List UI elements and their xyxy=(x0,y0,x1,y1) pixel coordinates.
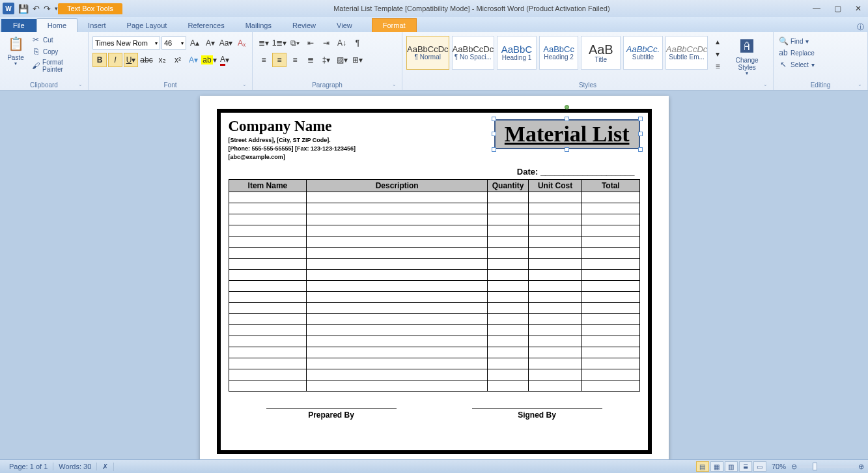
resize-handle-nw[interactable] xyxy=(492,117,496,121)
font-name-combo[interactable]: Times New Rom▾ xyxy=(92,36,160,50)
table-cell[interactable] xyxy=(582,214,639,225)
title-textbox-text[interactable]: Material List xyxy=(505,122,630,146)
company-address[interactable]: [Street Address], [City, ST ZIP Code]. xyxy=(229,137,356,143)
table-cell[interactable] xyxy=(582,248,639,259)
line-spacing-button[interactable]: ‡▾ xyxy=(319,53,333,67)
table-row[interactable] xyxy=(229,225,639,236)
table-row[interactable] xyxy=(229,369,639,380)
table-cell[interactable] xyxy=(307,314,488,325)
table-cell[interactable] xyxy=(488,281,529,292)
table-row[interactable] xyxy=(229,281,639,292)
zoom-level[interactable]: 70% xyxy=(768,463,790,470)
table-row[interactable] xyxy=(229,192,639,203)
shading-button[interactable]: ▨▾ xyxy=(335,53,349,67)
styles-row-up[interactable]: ▴ xyxy=(710,36,725,47)
table-cell[interactable] xyxy=(582,236,639,248)
tab-view[interactable]: View xyxy=(326,19,363,32)
tab-references[interactable]: References xyxy=(177,19,234,32)
minimize-button[interactable]: — xyxy=(809,4,824,13)
table-cell[interactable] xyxy=(229,259,307,270)
table-cell[interactable] xyxy=(229,347,307,358)
table-cell[interactable] xyxy=(488,248,529,259)
zoom-slider[interactable] xyxy=(798,465,857,468)
paste-button[interactable]: 📋 Paste ▾ xyxy=(4,33,27,68)
table-cell[interactable] xyxy=(229,380,307,392)
table-cell[interactable] xyxy=(229,314,307,325)
reading-view-button[interactable]: ▦ xyxy=(710,461,723,472)
align-left-button[interactable]: ≡ xyxy=(257,53,271,67)
table-cell[interactable] xyxy=(582,281,639,292)
table-cell[interactable] xyxy=(488,292,529,303)
table-row[interactable] xyxy=(229,380,639,392)
table-cell[interactable] xyxy=(582,303,639,314)
tab-mailings[interactable]: Mailings xyxy=(235,19,282,32)
styles-more[interactable]: ≡ xyxy=(710,61,725,72)
underline-button[interactable]: U▾ xyxy=(124,53,138,67)
status-proof-icon[interactable]: ✗ xyxy=(97,463,114,471)
table-cell[interactable] xyxy=(582,336,639,347)
material-table[interactable]: Item Name Description Quantity Unit Cost… xyxy=(229,179,640,392)
show-marks-button[interactable]: ¶ xyxy=(350,36,365,50)
table-row[interactable] xyxy=(229,358,639,369)
styles-row-down[interactable]: ▾ xyxy=(710,48,725,59)
borders-button[interactable]: ⊞▾ xyxy=(350,53,365,67)
text-effects-button[interactable]: A▾ xyxy=(186,53,201,67)
table-row[interactable] xyxy=(229,336,639,347)
table-cell[interactable] xyxy=(529,347,582,358)
resize-handle-ne[interactable] xyxy=(638,117,643,121)
maximize-button[interactable]: ▢ xyxy=(830,4,845,13)
table-cell[interactable] xyxy=(229,270,307,281)
tab-page-layout[interactable]: Page Layout xyxy=(117,19,178,32)
table-cell[interactable] xyxy=(488,214,529,225)
table-cell[interactable] xyxy=(529,336,582,347)
decrease-indent-button[interactable]: ⇤ xyxy=(303,36,318,50)
style-no-spacing[interactable]: AaBbCcDc¶ No Spaci... xyxy=(452,36,495,70)
zoom-in-button[interactable]: ⊕ xyxy=(858,463,864,471)
table-cell[interactable] xyxy=(307,259,488,270)
clear-formatting-button[interactable]: Aᵪ xyxy=(234,36,249,50)
highlight-button[interactable]: ab▾ xyxy=(202,53,216,67)
align-right-button[interactable]: ≡ xyxy=(288,53,302,67)
table-cell[interactable] xyxy=(229,325,307,336)
company-name[interactable]: Company Name xyxy=(229,118,356,135)
copy-button[interactable]: ⎘Copy xyxy=(30,46,84,57)
table-row[interactable] xyxy=(229,214,639,225)
table-cell[interactable] xyxy=(582,259,639,270)
undo-icon[interactable]: ↶ xyxy=(33,4,40,14)
tab-file[interactable]: File xyxy=(1,19,36,32)
table-cell[interactable] xyxy=(229,292,307,303)
table-cell[interactable] xyxy=(307,192,488,203)
date-line[interactable]: Date: ____________________ xyxy=(234,167,635,177)
resize-handle-sw[interactable] xyxy=(492,147,496,152)
change-styles-button[interactable]: 🅰 Change Styles▾ xyxy=(725,36,769,78)
table-cell[interactable] xyxy=(582,192,639,203)
tab-insert[interactable]: Insert xyxy=(77,19,117,32)
table-cell[interactable] xyxy=(582,380,639,392)
table-cell[interactable] xyxy=(307,325,488,336)
table-cell[interactable] xyxy=(529,303,582,314)
table-cell[interactable] xyxy=(488,369,529,380)
font-size-combo[interactable]: 46▾ xyxy=(161,36,186,50)
table-cell[interactable] xyxy=(307,358,488,369)
status-words[interactable]: Words: 30 xyxy=(53,463,97,470)
align-center-button[interactable]: ≡ xyxy=(272,53,287,67)
resize-handle-s[interactable] xyxy=(565,147,569,152)
table-cell[interactable] xyxy=(307,281,488,292)
tab-review[interactable]: Review xyxy=(282,19,326,32)
bullets-button[interactable]: ≣▾ xyxy=(257,36,271,50)
table-cell[interactable] xyxy=(488,303,529,314)
numbering-button[interactable]: 1≣▾ xyxy=(272,36,287,50)
table-cell[interactable] xyxy=(229,214,307,225)
table-cell[interactable] xyxy=(307,347,488,358)
shrink-font-button[interactable]: A▾ xyxy=(203,36,217,50)
document-area[interactable]: Company Name [Street Address], [City, ST… xyxy=(0,91,868,459)
table-cell[interactable] xyxy=(229,192,307,203)
table-cell[interactable] xyxy=(307,292,488,303)
grow-font-button[interactable]: A▴ xyxy=(188,36,202,50)
company-phone-fax[interactable]: [Phone: 555-555-55555] [Fax: 123-123-123… xyxy=(229,145,356,152)
table-cell[interactable] xyxy=(229,358,307,369)
table-cell[interactable] xyxy=(229,336,307,347)
zoom-slider-thumb[interactable] xyxy=(813,463,817,470)
resize-handle-e[interactable] xyxy=(638,132,643,136)
italic-button[interactable]: I xyxy=(108,53,122,67)
